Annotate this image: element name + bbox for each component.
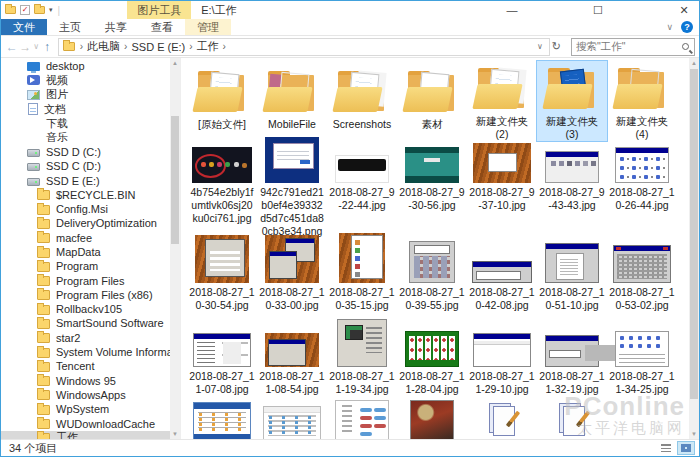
sidebar-item[interactable]: SmartSound Software (1, 316, 170, 330)
sidebar-item[interactable]: WpSystem (1, 402, 170, 416)
sidebar-item[interactable]: 工作 (1, 431, 170, 439)
file-item[interactable]: 2018-08-27_11-08-54.jpg (257, 312, 327, 396)
search-icon[interactable] (682, 43, 689, 50)
new-folder-icon[interactable] (34, 6, 45, 14)
file-item[interactable]: 2018-08-27_10-30-54.jpg (187, 228, 257, 312)
breadcrumb-drive-e[interactable]: SSD E (E:) (128, 41, 188, 53)
file-item[interactable]: 2018-08-27_9-30-56.jpg (397, 141, 467, 228)
tab-file[interactable]: 文件 (1, 19, 47, 35)
ribbon-collapse-chevron-icon[interactable]: ∨ (666, 22, 673, 32)
tab-home[interactable]: 主页 (47, 19, 93, 35)
sidebar-item[interactable]: WindowsApps (1, 388, 170, 402)
search-input[interactable]: 搜索"工作" (571, 38, 695, 56)
file-item[interactable]: 2018-08-27_10-35-15.jpg (327, 228, 397, 312)
address-box[interactable]: › 此电脑 › SSD E (E:) › 工作 › ∨ (58, 38, 550, 56)
sidebar-item-label: DeliveryOptimization (56, 217, 157, 229)
sidebar-item[interactable]: MapData (1, 245, 170, 259)
sidebar-item[interactable]: Rollbackv105 (1, 302, 170, 316)
file-item[interactable] (187, 396, 257, 439)
file-item[interactable]: 2018-08-27_11-34-25.jpg (607, 312, 677, 396)
folder-item[interactable]: 素材 (397, 61, 467, 141)
address-dropdown-chevron-icon[interactable]: ∨ (533, 42, 547, 51)
file-item[interactable] (257, 396, 327, 439)
sidebar-item[interactable]: Tencent (1, 359, 170, 373)
folder-icon[interactable] (5, 6, 16, 14)
back-icon[interactable]: ← (5, 40, 18, 54)
minimize-button[interactable]: — (497, 1, 527, 19)
sidebar-scrollbar[interactable]: ▲ ▼ (170, 58, 180, 439)
sidebar-item[interactable]: 文档 (1, 102, 170, 116)
sidebar-item[interactable]: Program Files (1, 273, 170, 287)
sidebar-item[interactable]: WUDownloadCache (1, 416, 170, 430)
tab-share[interactable]: 共享 (93, 19, 139, 35)
scrollbar-thumb[interactable] (171, 116, 179, 244)
up-icon[interactable]: ↑ (40, 40, 53, 54)
sidebar-item[interactable]: desktop (1, 59, 170, 73)
sidebar-item[interactable]: SSD D (C:) (1, 145, 170, 159)
item-label: 2018-08-27_10-51-10.jpg (539, 286, 605, 312)
breadcrumb-this-pc[interactable]: 此电脑 (84, 39, 123, 54)
sidebar-item[interactable]: macfee (1, 231, 170, 245)
thumbnails-view-button[interactable] (677, 441, 695, 455)
close-button[interactable]: ✕ (669, 1, 699, 19)
file-item[interactable]: 2018-08-27_9-43-43.jpg (537, 141, 607, 228)
sidebar-item[interactable]: Program Files (x86) (1, 288, 170, 302)
breadcrumb-work-folder[interactable]: 工作 (194, 39, 222, 54)
help-icon[interactable]: ? (681, 21, 693, 33)
file-item[interactable]: 2018-08-27_11-28-04.jpg (397, 312, 467, 396)
sidebar-item[interactable]: 视频 (1, 73, 170, 87)
sidebar-item[interactable]: SSD C (D:) (1, 159, 170, 173)
properties-check-icon[interactable]: ✓ (20, 5, 30, 15)
file-item[interactable] (467, 396, 537, 439)
file-item[interactable]: 2018-08-27_11-07-08.jpg (187, 312, 257, 396)
folder-item[interactable]: [原始文件] (187, 61, 257, 141)
file-item[interactable]: 2018-08-27_10-39-55.jpg (397, 228, 467, 312)
file-item[interactable]: 2018-08-27_9-37-10.jpg (467, 141, 537, 228)
main-scrollbar[interactable]: ▲ ▼ (689, 58, 699, 439)
sidebar-item[interactable]: Program (1, 259, 170, 273)
folder-item[interactable]: Screenshots (327, 61, 397, 141)
sidebar-item[interactable]: 图片 (1, 88, 170, 102)
scroll-up-icon[interactable]: ▲ (170, 58, 180, 68)
scrollbar-thumb[interactable] (690, 69, 698, 399)
sidebar-item[interactable]: star2 (1, 331, 170, 345)
sidebar-item[interactable]: $RECYCLE.BIN (1, 188, 170, 202)
file-item[interactable]: 942c791ed21b0ef4e39332d5d7c451da80cb3e34… (257, 141, 327, 228)
file-item[interactable] (537, 396, 607, 439)
folder-item[interactable]: 新建文件夹 (2) (467, 61, 537, 141)
file-item[interactable]: 2018-08-27_9-22-44.jpg (327, 141, 397, 228)
contextual-tab-group[interactable]: 图片工具 (127, 1, 191, 19)
sidebar-item[interactable]: 下载 (1, 116, 170, 130)
scroll-down-icon[interactable]: ▼ (170, 429, 180, 439)
file-item[interactable]: 2018-08-27_11-29-10.jpg (467, 312, 537, 396)
file-item[interactable]: 4b754e2bly1fumtlvk06sj20ku0ci761.jpg (187, 141, 257, 228)
sidebar-item[interactable]: 音乐 (1, 130, 170, 144)
scroll-down-icon[interactable]: ▼ (689, 429, 699, 439)
file-item[interactable]: 2018-08-27_10-53-02.jpg (607, 228, 677, 312)
file-item[interactable]: 2018-08-27_11-19-34.jpg (327, 312, 397, 396)
details-view-button[interactable] (657, 441, 675, 455)
folder-item[interactable]: 新建文件夹 (4) (607, 61, 677, 141)
folder-item[interactable]: MobileFile (257, 61, 327, 141)
file-item[interactable]: 2018-08-27_10-42-08.jpg (467, 228, 537, 312)
file-item[interactable] (327, 396, 397, 439)
sidebar-item[interactable]: Config.Msi (1, 202, 170, 216)
tab-manage[interactable]: 管理 (185, 19, 231, 35)
sidebar-item[interactable]: SSD E (E:) (1, 173, 170, 187)
file-item[interactable]: 2018-08-27_10-26-44.jpg (607, 141, 677, 228)
scroll-up-icon[interactable]: ▲ (689, 58, 699, 68)
qat-customize-chevron-icon[interactable]: ▾ (49, 6, 53, 14)
file-item[interactable] (397, 396, 467, 439)
file-item[interactable]: 2018-08-27_10-33-00.jpg (257, 228, 327, 312)
sidebar-item[interactable]: Windows 95 (1, 374, 170, 388)
tab-view[interactable]: 查看 (139, 19, 185, 35)
sidebar-item[interactable]: System Volume Information (1, 345, 170, 359)
file-item[interactable]: 2018-08-27_11-32-19.jpg (537, 312, 607, 396)
forward-icon[interactable]: → (18, 40, 31, 54)
maximize-button[interactable]: ☐ (583, 1, 613, 19)
file-item[interactable]: 2018-08-27_10-51-10.jpg (537, 228, 607, 312)
sidebar-item[interactable]: DeliveryOptimization (1, 216, 170, 230)
recent-locations-chevron-icon[interactable]: ∨ (32, 42, 40, 51)
folder-item[interactable]: 新建文件夹 (3) (537, 61, 607, 141)
refresh-icon[interactable]: ↻ (552, 40, 561, 53)
